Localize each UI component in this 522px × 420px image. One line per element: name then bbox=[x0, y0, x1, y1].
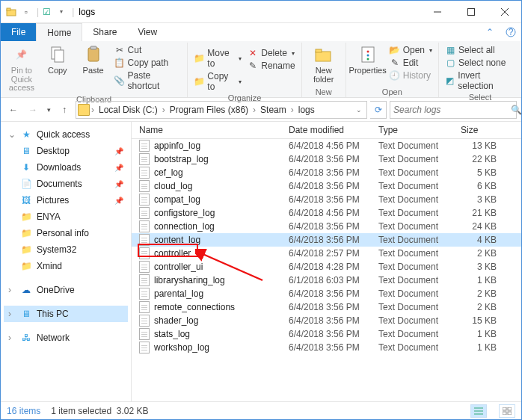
new-folder-button[interactable]: New folder bbox=[307, 43, 341, 85]
column-date[interactable]: Date modified bbox=[289, 125, 378, 135]
file-row[interactable]: connection_log6/4/2018 3:56 PMText Docum… bbox=[132, 220, 521, 233]
nav-this-pc[interactable]: ›🖥This PC bbox=[4, 306, 128, 322]
nav-enya[interactable]: 📁ENYA bbox=[4, 209, 128, 225]
address-dropdown[interactable]: ⌄ bbox=[353, 106, 365, 114]
nav-documents[interactable]: 📄Documents📌 bbox=[4, 176, 128, 192]
file-type: Text Document bbox=[378, 140, 461, 151]
tab-view[interactable]: View bbox=[127, 23, 168, 41]
file-row[interactable]: configstore_log6/4/2018 4:56 PMText Docu… bbox=[132, 206, 521, 220]
svg-rect-9 bbox=[55, 50, 64, 62]
invert-selection-icon: ◩ bbox=[445, 75, 455, 86]
nav-pictures[interactable]: 🖼Pictures📌 bbox=[4, 192, 128, 209]
minimize-button[interactable] bbox=[420, 1, 454, 22]
file-date: 6/4/2018 3:56 PM bbox=[289, 154, 378, 164]
file-size: 15 KB bbox=[461, 315, 506, 326]
nav-network[interactable]: ›🖧Network bbox=[4, 330, 128, 346]
file-row[interactable]: compat_log6/4/2018 3:56 PMText Document3… bbox=[132, 193, 521, 206]
column-size[interactable]: Size bbox=[461, 125, 506, 135]
search-input[interactable]: 🔍 bbox=[390, 101, 517, 119]
chevron-right-icon[interactable]: › bbox=[291, 105, 294, 115]
tab-file[interactable]: File bbox=[1, 23, 36, 41]
file-list[interactable]: appinfo_log6/4/2018 4:56 PMText Document… bbox=[132, 139, 521, 401]
file-row[interactable]: cef_log6/4/2018 3:56 PMText Document5 KB bbox=[132, 166, 521, 179]
pin-to-quick-access-button[interactable]: 📌 Pin to Quick access bbox=[5, 43, 38, 94]
copy-to-button[interactable]: 📁Copy to▾ bbox=[192, 70, 243, 93]
chevron-right-icon[interactable]: › bbox=[91, 105, 94, 115]
view-thumbnails-button[interactable] bbox=[499, 404, 515, 418]
nav-forward-button[interactable]: → bbox=[25, 102, 41, 118]
invert-selection-button[interactable]: ◩Invert selection bbox=[443, 70, 517, 92]
view-details-button[interactable] bbox=[470, 404, 487, 418]
column-headers[interactable]: Name Date modified Type Size bbox=[132, 122, 521, 139]
maximize-button[interactable] bbox=[454, 1, 488, 22]
cut-button[interactable]: ✂Cut bbox=[113, 44, 183, 56]
file-row[interactable]: cloud_log6/4/2018 3:56 PMText Document6 … bbox=[132, 179, 521, 193]
properties-button[interactable]: Properties bbox=[351, 43, 385, 77]
nav-xmind[interactable]: 📁Xmind bbox=[4, 258, 128, 274]
nav-quick-access[interactable]: ⌄★Quick access bbox=[4, 126, 128, 143]
nav-personal-info[interactable]: 📁Personal info bbox=[4, 225, 128, 241]
file-row[interactable]: workshop_log6/4/2018 3:56 PMText Documen… bbox=[132, 341, 521, 354]
qat-properties-icon[interactable]: ▫ bbox=[20, 6, 32, 18]
tab-share[interactable]: Share bbox=[82, 23, 127, 41]
crumb-logs[interactable]: logs bbox=[295, 105, 318, 115]
close-button[interactable] bbox=[488, 1, 521, 22]
edit-button[interactable]: ✎Edit bbox=[388, 57, 434, 69]
chevron-down-icon: ▾ bbox=[239, 78, 242, 85]
nav-onedrive[interactable]: ›☁OneDrive bbox=[4, 282, 128, 298]
nav-desktop[interactable]: 🖥Desktop📌 bbox=[4, 143, 128, 159]
file-row[interactable]: appinfo_log6/4/2018 4:56 PMText Document… bbox=[132, 139, 521, 152]
crumb-program-files[interactable]: Program Files (x86) bbox=[167, 105, 251, 115]
file-row[interactable]: controller6/4/2018 2:57 PMText Document2… bbox=[132, 247, 521, 260]
file-row[interactable]: content_log6/4/2018 3:56 PMText Document… bbox=[132, 233, 521, 247]
select-all-button[interactable]: ▦Select all bbox=[443, 44, 517, 56]
qat-dropdown-icon[interactable]: ▾ bbox=[55, 6, 67, 18]
navigation-pane[interactable]: ⌄★Quick access 🖥Desktop📌 ⬇Downloads📌 📄Do… bbox=[1, 122, 132, 401]
chevron-right-icon[interactable]: › bbox=[162, 105, 165, 115]
refresh-button[interactable]: ⟳ bbox=[370, 101, 387, 119]
paste-button[interactable]: Paste bbox=[77, 43, 110, 77]
nav-system32[interactable]: 📁System32 bbox=[4, 241, 128, 258]
expand-icon[interactable]: › bbox=[8, 333, 16, 343]
delete-button[interactable]: ✕Delete▾ bbox=[246, 47, 296, 59]
search-field[interactable] bbox=[393, 105, 506, 115]
chevron-down-icon: ▾ bbox=[429, 47, 432, 54]
tab-home[interactable]: Home bbox=[36, 23, 82, 41]
crumb-local-disk[interactable]: Local Disk (C:) bbox=[96, 105, 161, 115]
help-button[interactable]: ? bbox=[500, 23, 521, 41]
crumb-steam[interactable]: Steam bbox=[257, 105, 289, 115]
text-file-icon bbox=[139, 342, 150, 353]
nav-up-button[interactable]: ↑ bbox=[56, 102, 73, 118]
rename-button[interactable]: ✎Rename bbox=[246, 60, 296, 72]
copy-button[interactable]: Copy bbox=[41, 43, 74, 77]
file-row[interactable]: remote_connections6/4/2018 3:56 PMText D… bbox=[132, 300, 521, 314]
move-to-button[interactable]: 📁Move to▾ bbox=[192, 47, 243, 70]
nav-back-button[interactable]: ← bbox=[5, 102, 22, 118]
select-none-button[interactable]: ▢Select none bbox=[443, 57, 517, 69]
breadcrumb[interactable]: › Local Disk (C:)› Program Files (x86)› … bbox=[76, 101, 367, 119]
file-row[interactable]: stats_log6/4/2018 3:56 PMText Document1 … bbox=[132, 327, 521, 341]
nav-downloads[interactable]: ⬇Downloads📌 bbox=[4, 159, 128, 176]
column-name[interactable]: Name bbox=[139, 125, 289, 135]
nav-recent-dropdown[interactable]: ▾ bbox=[44, 102, 53, 118]
expand-icon[interactable]: › bbox=[8, 285, 16, 295]
file-row[interactable]: bootstrap_log6/4/2018 3:56 PMText Docume… bbox=[132, 152, 521, 166]
file-type: Text Document bbox=[378, 275, 461, 285]
text-file-icon bbox=[139, 301, 150, 313]
open-button[interactable]: 📂Open▾ bbox=[388, 44, 434, 56]
file-row[interactable]: shader_log6/4/2018 3:56 PMText Document1… bbox=[132, 314, 521, 327]
ribbon-collapse-button[interactable]: ⌃ bbox=[479, 23, 500, 41]
column-type[interactable]: Type bbox=[378, 125, 461, 135]
qat-check-icon[interactable]: ☑ bbox=[40, 6, 52, 18]
history-button[interactable]: 🕘History bbox=[388, 70, 434, 81]
expand-icon[interactable]: ⌄ bbox=[8, 129, 16, 140]
file-row[interactable]: controller_ui6/4/2018 4:28 PMText Docume… bbox=[132, 260, 521, 274]
file-row[interactable]: parental_log6/4/2018 3:56 PMText Documen… bbox=[132, 287, 521, 300]
expand-icon[interactable]: › bbox=[8, 309, 16, 319]
file-size: 2 KB bbox=[461, 248, 506, 259]
paste-shortcut-button[interactable]: 📎Paste shortcut bbox=[113, 70, 183, 92]
copy-icon bbox=[47, 44, 68, 65]
copy-path-button[interactable]: 📋Copy path bbox=[113, 57, 183, 69]
file-row[interactable]: librarysharing_log6/1/2018 6:03 PMText D… bbox=[132, 274, 521, 287]
chevron-right-icon[interactable]: › bbox=[253, 105, 256, 115]
